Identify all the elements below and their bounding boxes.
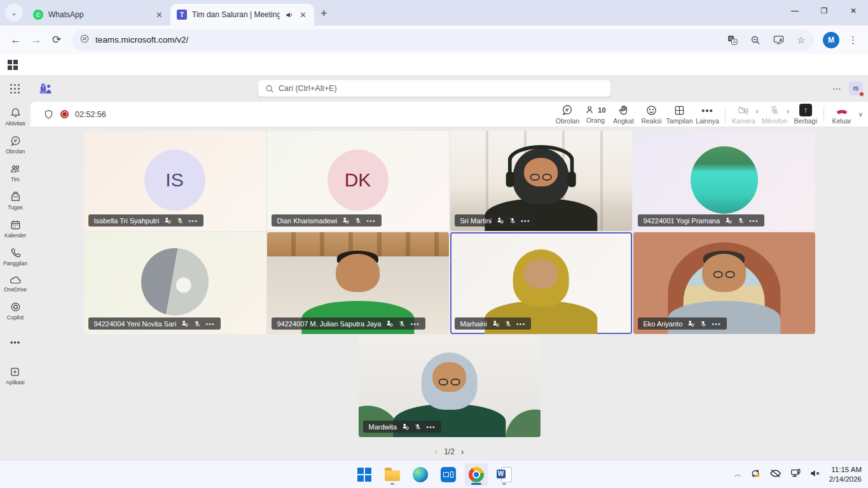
participant-tile[interactable]: 94224001 Yogi Pramana ••• [633,131,815,231]
devices-app-icon [441,467,456,482]
translate-icon[interactable]: GA [727,35,738,45]
sidebar-item-tim[interactable]: Tim [10,163,22,183]
sidebar-item-obrolan[interactable]: Obrolan [6,135,25,155]
participant-tile[interactable]: Mardwita ••• [359,335,541,437]
people-button[interactable]: 10 Orang [581,104,609,124]
apps-grid-icon[interactable] [8,60,18,70]
sidebar-more-button[interactable]: ••• [10,338,21,349]
camera-options-chevron[interactable]: ∨ [755,108,759,115]
camera-button[interactable]: Kamera [729,104,757,125]
header-more-icon[interactable]: ⋯ [832,83,841,94]
participant-more-icon[interactable]: ••• [366,217,376,225]
edge-button[interactable] [409,463,432,486]
tab-close-icon[interactable]: ✕ [155,10,164,20]
shield-icon[interactable] [43,109,54,120]
participant-more-icon[interactable]: ••• [188,217,198,225]
taskbar-clock[interactable]: 11:15 AM 2/14/2026 [829,465,862,484]
new-tab-button[interactable]: + [320,7,327,20]
page-previous-icon[interactable]: ‹ [434,447,437,457]
participant-more-icon[interactable]: ••• [205,320,215,328]
waffle-menu-icon[interactable] [10,84,20,94]
profile-initials: IS [853,85,859,92]
meeting-stage: IS Isabella Tri Syahputri ••• DK Dian Kh… [31,127,868,443]
participant-more-icon[interactable]: ••• [712,320,721,328]
participant-name: Dian Kharismadewi [277,217,338,225]
window-close-button[interactable]: ✕ [839,0,868,22]
sidebar-item-aplikasi[interactable]: Aplikasi [6,366,24,386]
volume-muted-icon[interactable] [809,468,821,481]
participant-more-icon[interactable]: ••• [426,423,436,431]
address-bar[interactable]: teams.microsoft.com/v2/ GA ☆ [71,29,814,51]
mic-options-chevron[interactable]: ∨ [786,108,790,115]
participant-tile[interactable]: Marhaini ••• [450,232,632,334]
forward-button[interactable]: → [27,31,46,50]
leave-options-chevron[interactable]: ∨ [858,111,863,118]
raise-hand-button[interactable]: Angkat [609,104,637,125]
word-button[interactable]: W [493,463,516,486]
initials-avatar: DK [327,150,389,211]
browser-toolbar: ← → ⟳ teams.microsoft.com/v2/ GA ☆ M ⋮ [0,25,868,54]
sidebar-item-label: Kalender [4,232,26,239]
tab-whatsapp[interactable]: ✆ WhatsApp ✕ [27,4,170,25]
participant-tile[interactable]: 94224007 M. Julian Saputra Jaya ••• [267,232,449,334]
participant-more-icon[interactable]: ••• [410,320,420,328]
bookmark-star-icon[interactable]: ☆ [797,35,805,45]
participant-name: Eko Ariyanto [644,320,683,328]
zoom-icon[interactable] [750,35,761,45]
tab-close-icon[interactable]: ✕ [298,10,308,20]
teams-profile-avatar[interactable]: IS [849,81,863,95]
install-app-icon[interactable] [773,35,784,45]
participant-more-icon[interactable]: ••• [749,217,759,225]
leave-button[interactable]: Keluar [828,104,856,125]
chat-button[interactable]: Obrolan [553,104,581,125]
browser-menu-icon[interactable]: ⋮ [844,34,862,46]
participant-tile[interactable]: DK Dian Kharismadewi ••• [267,131,449,231]
back-button[interactable]: ← [6,31,25,50]
teams-search-input[interactable]: Cari (Ctrl+Alt+E) [258,80,610,97]
mic-muted-icon [699,320,707,328]
chrome-button[interactable] [465,463,488,486]
tab-audio-icon[interactable] [285,11,293,19]
network-ethernet-icon[interactable] [790,468,801,482]
start-button[interactable] [353,463,376,486]
participant-tile[interactable]: Eko Ariyanto ••• [633,232,815,334]
sidebar-item-label: Aktivitas [5,120,25,127]
reload-button[interactable]: ⟳ [47,31,66,50]
participant-tile[interactable]: Sri Martini ••• [450,131,632,231]
page-next-icon[interactable]: › [461,447,464,457]
eye-slash-icon[interactable] [769,468,782,481]
site-info-icon[interactable] [80,34,89,45]
participant-tile[interactable]: IS Isabella Tri Syahputri ••• [84,131,266,231]
copilot-icon [10,301,22,313]
tab-search-chevron-icon[interactable]: ⌄ [5,4,23,22]
window-restore-button[interactable]: ❐ [809,0,839,22]
system-tray: ︿ 11:15 AM 2/14/2026 [734,461,862,488]
participant-name: 94224004 Yeni Novita Sari [94,320,177,328]
participant-more-icon[interactable]: ••• [516,320,526,328]
share-button[interactable]: ↑ Berbagi [792,104,820,125]
sidebar-item-copilot[interactable]: Copilot [7,301,24,321]
view-button[interactable]: Tampilan [665,104,693,125]
teams-header-right: ⋯ IS [832,81,863,95]
more-options-button[interactable]: ••• Lainnya [693,104,721,125]
tray-overflow-chevron[interactable]: ︿ [734,470,741,479]
window-minimize-button[interactable]: — [780,0,809,22]
reactions-button[interactable]: Reaksi [637,104,665,125]
mic-muted-icon [354,217,362,225]
sidebar-item-label: Obrolan [6,148,25,155]
clock-date: 2/14/2026 [829,475,862,484]
browser-profile-avatar[interactable]: M [823,32,839,48]
url-text[interactable]: teams.microsoft.com/v2/ [95,35,715,45]
file-explorer-button[interactable] [381,463,404,486]
participant-more-icon[interactable]: ••• [521,217,530,225]
sidebar-item-tugas[interactable]: Tugas [8,191,22,211]
participant-tile[interactable]: 94224004 Yeni Novita Sari ••• [84,232,266,334]
devices-app-button[interactable] [437,463,460,486]
mic-button[interactable]: Mikrofon [761,104,789,125]
tab-teams-meeting[interactable]: T Tim dan Saluran | Meeting i ✕ [170,4,314,25]
sidebar-item-panggilan[interactable]: Panggilan [3,247,27,267]
update-sync-icon[interactable] [750,468,761,482]
sidebar-item-kalender[interactable]: Kalender [4,219,26,239]
sidebar-item-onedrive[interactable]: OneDrive [4,275,27,293]
sidebar-item-aktivitas[interactable]: Aktivitas [5,107,25,127]
